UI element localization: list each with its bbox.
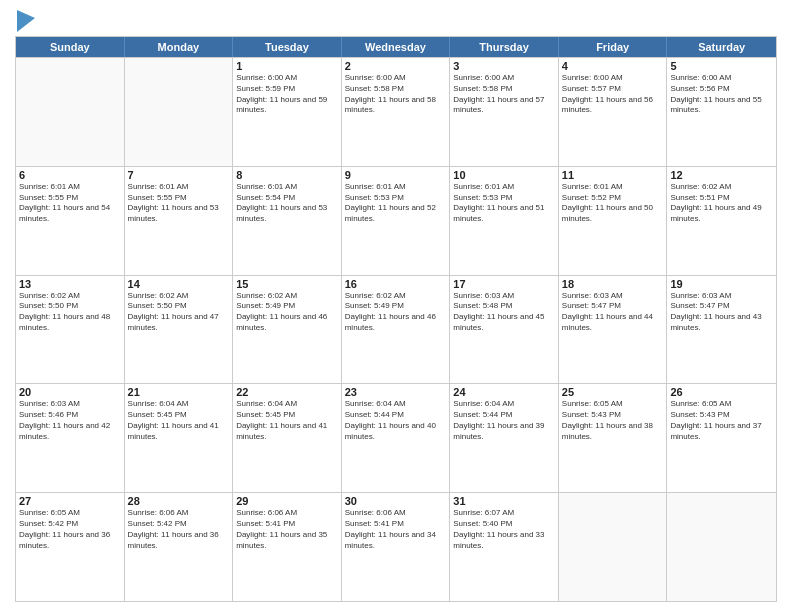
day-info: Sunrise: 6:01 AMSunset: 5:54 PMDaylight:…	[236, 182, 338, 225]
day-info: Sunrise: 6:01 AMSunset: 5:53 PMDaylight:…	[345, 182, 447, 225]
calendar-cell: 6Sunrise: 6:01 AMSunset: 5:55 PMDaylight…	[16, 167, 125, 275]
calendar-cell: 17Sunrise: 6:03 AMSunset: 5:48 PMDayligh…	[450, 276, 559, 384]
header-day-monday: Monday	[125, 37, 234, 57]
header-day-wednesday: Wednesday	[342, 37, 451, 57]
day-info: Sunrise: 6:03 AMSunset: 5:47 PMDaylight:…	[670, 291, 773, 334]
day-number: 26	[670, 386, 773, 398]
day-number: 25	[562, 386, 664, 398]
calendar-cell: 28Sunrise: 6:06 AMSunset: 5:42 PMDayligh…	[125, 493, 234, 601]
day-number: 12	[670, 169, 773, 181]
day-info: Sunrise: 6:04 AMSunset: 5:44 PMDaylight:…	[453, 399, 555, 442]
day-info: Sunrise: 6:04 AMSunset: 5:45 PMDaylight:…	[236, 399, 338, 442]
calendar-cell: 23Sunrise: 6:04 AMSunset: 5:44 PMDayligh…	[342, 384, 451, 492]
day-number: 15	[236, 278, 338, 290]
calendar-cell: 14Sunrise: 6:02 AMSunset: 5:50 PMDayligh…	[125, 276, 234, 384]
day-info: Sunrise: 6:06 AMSunset: 5:41 PMDaylight:…	[345, 508, 447, 551]
header-day-sunday: Sunday	[16, 37, 125, 57]
day-info: Sunrise: 6:03 AMSunset: 5:47 PMDaylight:…	[562, 291, 664, 334]
day-number: 3	[453, 60, 555, 72]
logo	[15, 14, 35, 32]
page: SundayMondayTuesdayWednesdayThursdayFrid…	[0, 0, 792, 612]
calendar-cell: 30Sunrise: 6:06 AMSunset: 5:41 PMDayligh…	[342, 493, 451, 601]
calendar-cell: 13Sunrise: 6:02 AMSunset: 5:50 PMDayligh…	[16, 276, 125, 384]
calendar-cell: 31Sunrise: 6:07 AMSunset: 5:40 PMDayligh…	[450, 493, 559, 601]
day-info: Sunrise: 6:05 AMSunset: 5:43 PMDaylight:…	[562, 399, 664, 442]
day-number: 27	[19, 495, 121, 507]
day-info: Sunrise: 6:03 AMSunset: 5:46 PMDaylight:…	[19, 399, 121, 442]
calendar-cell: 16Sunrise: 6:02 AMSunset: 5:49 PMDayligh…	[342, 276, 451, 384]
calendar-cell: 29Sunrise: 6:06 AMSunset: 5:41 PMDayligh…	[233, 493, 342, 601]
calendar-cell: 19Sunrise: 6:03 AMSunset: 5:47 PMDayligh…	[667, 276, 776, 384]
calendar-body: 1Sunrise: 6:00 AMSunset: 5:59 PMDaylight…	[16, 57, 776, 601]
calendar: SundayMondayTuesdayWednesdayThursdayFrid…	[15, 36, 777, 602]
calendar-cell: 3Sunrise: 6:00 AMSunset: 5:58 PMDaylight…	[450, 58, 559, 166]
day-info: Sunrise: 6:00 AMSunset: 5:58 PMDaylight:…	[345, 73, 447, 116]
calendar-cell	[16, 58, 125, 166]
day-number: 28	[128, 495, 230, 507]
day-number: 24	[453, 386, 555, 398]
calendar-cell: 5Sunrise: 6:00 AMSunset: 5:56 PMDaylight…	[667, 58, 776, 166]
calendar-cell	[667, 493, 776, 601]
day-info: Sunrise: 6:02 AMSunset: 5:49 PMDaylight:…	[345, 291, 447, 334]
day-number: 10	[453, 169, 555, 181]
calendar-week-1: 1Sunrise: 6:00 AMSunset: 5:59 PMDaylight…	[16, 57, 776, 166]
day-number: 1	[236, 60, 338, 72]
day-number: 20	[19, 386, 121, 398]
calendar-header-row: SundayMondayTuesdayWednesdayThursdayFrid…	[16, 37, 776, 57]
header-day-thursday: Thursday	[450, 37, 559, 57]
day-number: 17	[453, 278, 555, 290]
calendar-cell	[559, 493, 668, 601]
day-info: Sunrise: 6:07 AMSunset: 5:40 PMDaylight:…	[453, 508, 555, 551]
day-number: 14	[128, 278, 230, 290]
day-info: Sunrise: 6:00 AMSunset: 5:56 PMDaylight:…	[670, 73, 773, 116]
day-info: Sunrise: 6:05 AMSunset: 5:43 PMDaylight:…	[670, 399, 773, 442]
day-number: 16	[345, 278, 447, 290]
day-info: Sunrise: 6:00 AMSunset: 5:59 PMDaylight:…	[236, 73, 338, 116]
header-day-tuesday: Tuesday	[233, 37, 342, 57]
calendar-cell: 27Sunrise: 6:05 AMSunset: 5:42 PMDayligh…	[16, 493, 125, 601]
calendar-cell: 10Sunrise: 6:01 AMSunset: 5:53 PMDayligh…	[450, 167, 559, 275]
day-number: 13	[19, 278, 121, 290]
calendar-cell: 8Sunrise: 6:01 AMSunset: 5:54 PMDaylight…	[233, 167, 342, 275]
day-info: Sunrise: 6:01 AMSunset: 5:55 PMDaylight:…	[128, 182, 230, 225]
day-info: Sunrise: 6:01 AMSunset: 5:53 PMDaylight:…	[453, 182, 555, 225]
day-info: Sunrise: 6:01 AMSunset: 5:55 PMDaylight:…	[19, 182, 121, 225]
day-number: 31	[453, 495, 555, 507]
header-day-saturday: Saturday	[667, 37, 776, 57]
header	[15, 10, 777, 32]
day-number: 19	[670, 278, 773, 290]
calendar-week-5: 27Sunrise: 6:05 AMSunset: 5:42 PMDayligh…	[16, 492, 776, 601]
calendar-week-3: 13Sunrise: 6:02 AMSunset: 5:50 PMDayligh…	[16, 275, 776, 384]
day-number: 8	[236, 169, 338, 181]
calendar-cell: 9Sunrise: 6:01 AMSunset: 5:53 PMDaylight…	[342, 167, 451, 275]
day-number: 29	[236, 495, 338, 507]
calendar-cell: 18Sunrise: 6:03 AMSunset: 5:47 PMDayligh…	[559, 276, 668, 384]
day-info: Sunrise: 6:01 AMSunset: 5:52 PMDaylight:…	[562, 182, 664, 225]
day-number: 5	[670, 60, 773, 72]
day-number: 21	[128, 386, 230, 398]
day-number: 7	[128, 169, 230, 181]
calendar-cell: 7Sunrise: 6:01 AMSunset: 5:55 PMDaylight…	[125, 167, 234, 275]
logo-icon	[17, 10, 35, 32]
calendar-cell: 20Sunrise: 6:03 AMSunset: 5:46 PMDayligh…	[16, 384, 125, 492]
day-info: Sunrise: 6:00 AMSunset: 5:57 PMDaylight:…	[562, 73, 664, 116]
day-info: Sunrise: 6:04 AMSunset: 5:45 PMDaylight:…	[128, 399, 230, 442]
svg-marker-0	[17, 10, 35, 32]
calendar-cell: 2Sunrise: 6:00 AMSunset: 5:58 PMDaylight…	[342, 58, 451, 166]
calendar-cell: 25Sunrise: 6:05 AMSunset: 5:43 PMDayligh…	[559, 384, 668, 492]
calendar-cell: 11Sunrise: 6:01 AMSunset: 5:52 PMDayligh…	[559, 167, 668, 275]
calendar-cell: 24Sunrise: 6:04 AMSunset: 5:44 PMDayligh…	[450, 384, 559, 492]
calendar-week-2: 6Sunrise: 6:01 AMSunset: 5:55 PMDaylight…	[16, 166, 776, 275]
day-number: 30	[345, 495, 447, 507]
day-number: 6	[19, 169, 121, 181]
day-info: Sunrise: 6:05 AMSunset: 5:42 PMDaylight:…	[19, 508, 121, 551]
calendar-cell: 1Sunrise: 6:00 AMSunset: 5:59 PMDaylight…	[233, 58, 342, 166]
calendar-cell: 15Sunrise: 6:02 AMSunset: 5:49 PMDayligh…	[233, 276, 342, 384]
calendar-cell: 12Sunrise: 6:02 AMSunset: 5:51 PMDayligh…	[667, 167, 776, 275]
day-info: Sunrise: 6:02 AMSunset: 5:50 PMDaylight:…	[19, 291, 121, 334]
day-info: Sunrise: 6:02 AMSunset: 5:49 PMDaylight:…	[236, 291, 338, 334]
day-info: Sunrise: 6:02 AMSunset: 5:50 PMDaylight:…	[128, 291, 230, 334]
calendar-cell: 21Sunrise: 6:04 AMSunset: 5:45 PMDayligh…	[125, 384, 234, 492]
day-info: Sunrise: 6:00 AMSunset: 5:58 PMDaylight:…	[453, 73, 555, 116]
day-info: Sunrise: 6:06 AMSunset: 5:42 PMDaylight:…	[128, 508, 230, 551]
